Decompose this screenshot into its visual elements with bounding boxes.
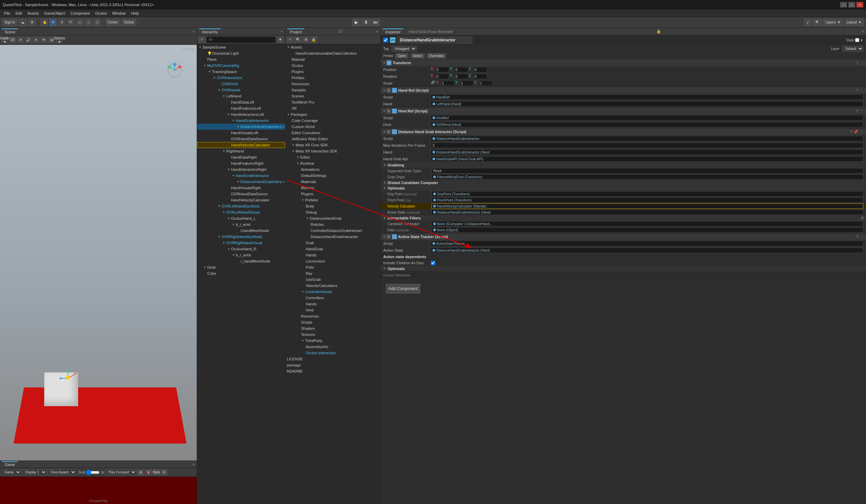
gizmos-game-btn[interactable]: G [161, 469, 167, 475]
play-button[interactable]: ▶ [352, 19, 361, 26]
tree-handvisualsleft[interactable]: HandVisualsLeft [197, 130, 285, 136]
minimize-button[interactable]: ─ [840, 2, 847, 8]
proj-distancehandgrabinteractor[interactable]: DistanceHandGrabInteractor [285, 234, 380, 240]
proj-jetbrains[interactable]: JetBrains Rider Editor [285, 136, 380, 142]
rotation-x[interactable] [435, 74, 449, 79]
project-add[interactable]: + [287, 37, 293, 43]
display-dropdown[interactable]: Display 1 [22, 469, 46, 475]
proj-editorcoroutines[interactable]: Editor Coroutines [285, 130, 380, 136]
maximize-play[interactable]: ⊞ [137, 469, 144, 475]
at-settings[interactable]: ⋮ [859, 235, 864, 239]
layout-dropdown[interactable]: Layout ▼ [844, 19, 864, 26]
tree-handvelocitycalculator-l[interactable]: HandVelocityCalculator [197, 142, 285, 148]
tree-oculushand-r[interactable]: ▼ OculusHand_R [197, 246, 285, 252]
proj-textures[interactable]: Textures [285, 332, 380, 338]
proj-samples[interactable]: Samples [285, 87, 380, 93]
play-focused-dropdown[interactable]: Play Focused [105, 469, 136, 475]
proj-readme[interactable]: README [285, 368, 380, 374]
hierarchy-search-btn[interactable]: ▼ [277, 37, 284, 43]
tree-distancehandgrab-r[interactable]: ▼ DistanceHandGrabIntera > [197, 179, 285, 185]
inspector-tab[interactable]: Inspector [382, 29, 403, 35]
window-controls[interactable]: ─ □ ✕ [840, 2, 863, 8]
menu-edit[interactable]: Edit [13, 11, 25, 16]
tree-myovrcamerarig[interactable]: ▼ MyOVRCameraRig [197, 63, 285, 69]
supported-grab-val[interactable] [432, 168, 863, 173]
tree-ovrlefthandsynthetic[interactable]: ▼ OVRLeftHandSynthetic [197, 203, 285, 209]
hand-tool[interactable]: ✋ [41, 19, 48, 26]
proj-packages[interactable]: ▼ Packages [285, 111, 380, 117]
proj-thirdparty[interactable]: ▼ ThirdParty [285, 338, 380, 344]
proj-body[interactable]: Body [285, 203, 380, 209]
proj-package[interactable]: package [285, 362, 380, 368]
pause-button[interactable]: ⏸ [362, 19, 370, 26]
maximize-button[interactable]: □ [848, 2, 855, 8]
at-optionals-header[interactable]: ▼ Optionals [380, 266, 866, 271]
dist-grab-settings[interactable]: ⋮ [859, 130, 864, 134]
proj-handgrab[interactable]: HandGrabInteractableDataCollection [285, 50, 380, 56]
proj-hmd-ch[interactable]: Hmd [285, 307, 380, 313]
position-y[interactable] [455, 67, 468, 72]
hierarchy-menu[interactable]: ≡ [281, 30, 283, 33]
max-iter-value[interactable] [431, 143, 863, 148]
proj-resources2[interactable]: Resources [285, 313, 380, 319]
proj-customnunit[interactable]: Custom NUnit [285, 124, 380, 130]
tree-ovrinteraction[interactable]: ▼ OVRInteraction [197, 75, 285, 81]
project-search[interactable]: 🔍 [295, 37, 301, 43]
menu-assets[interactable]: Assets [25, 11, 42, 16]
sign-in-button[interactable]: Sign in [2, 19, 17, 26]
tree-ovrhanddatasource-r[interactable]: OVRHandDataSource [197, 191, 285, 197]
tree-rhandmeshnode[interactable]: r_handMeshNode [197, 258, 285, 264]
at-help[interactable]: ? [855, 235, 859, 239]
tree-handfeaturesright[interactable]: HandFeaturesRight [197, 160, 285, 166]
transform-settings[interactable]: ⋮ [859, 61, 864, 65]
layers-dropdown[interactable]: Layers ▼ [823, 19, 843, 26]
transform-help[interactable]: ? [855, 61, 859, 65]
proj-resources[interactable]: Resources [285, 81, 380, 87]
proj-metaxrcore[interactable]: ▼ Meta XR Core SDK [285, 142, 380, 148]
static-dropdown-arrow[interactable]: ▼ [860, 38, 863, 42]
rotate-tool[interactable]: ↺ [58, 19, 66, 26]
dist-grab-pin[interactable]: 📌 [853, 130, 859, 134]
layer-dropdown[interactable]: Default [842, 46, 863, 52]
stats-button[interactable]: Stats [153, 469, 160, 475]
hand-ref-help[interactable]: ? [855, 88, 859, 92]
tree-directional-light[interactable]: 💡 Directional Light [197, 50, 285, 56]
grabbing-header[interactable]: ▼ Grabbing [380, 163, 866, 168]
proj-plugins2[interactable]: Plugins [285, 191, 380, 197]
scale-slider[interactable] [86, 470, 100, 474]
tree-handinteractorsleft[interactable]: ▼ HandInteractorsLeft [197, 111, 285, 117]
tree-handvelocitycalculator-r[interactable]: HandVelocityCalculator [197, 197, 285, 203]
inspector-menu[interactable]: ≡ [862, 30, 864, 33]
proj-shaders[interactable]: Shaders [285, 325, 380, 332]
collab-button[interactable]: ↙ [804, 19, 812, 26]
proj-debug[interactable]: Debug [285, 209, 380, 215]
proj-meshes[interactable]: Meshes [285, 185, 380, 191]
tree-lefthand[interactable]: ▼ LeftHand [197, 93, 285, 99]
proj-license[interactable]: LICENSE [285, 356, 380, 362]
menu-window[interactable]: Window [110, 11, 129, 16]
proj-codecoverage[interactable]: Code Coverage [285, 117, 380, 124]
proj-material[interactable]: Material [285, 56, 380, 63]
select-button[interactable]: Select [410, 53, 425, 58]
menu-file[interactable]: File [1, 11, 13, 16]
hmd-ref-check[interactable]: ✓ [387, 109, 391, 113]
transform-title-bar[interactable]: ▼ ⊹ Transform ? ⋮ [380, 59, 866, 66]
proj-hands-ch[interactable]: Hands [285, 301, 380, 307]
distance-grab-title-bar[interactable]: ▼ ✓ Distance Hand Grab Interactor (Scrip… [380, 128, 866, 135]
gizmos-dropdown[interactable]: Gizmos ▼ [56, 37, 63, 43]
proj-editor[interactable]: ▼ Editor [285, 154, 380, 160]
tree-handvisualsright[interactable]: HandVisualsRight [197, 185, 285, 191]
scene-tab[interactable]: Scene [2, 29, 18, 35]
proj-controllerhands[interactable]: ▼ ControllerHands [285, 289, 380, 295]
proj-textmesh[interactable]: TextMesh Pro [285, 99, 380, 105]
static-checkbox[interactable] [855, 38, 859, 42]
add-component-button[interactable]: Add Component [386, 284, 420, 293]
hierarchy-tab[interactable]: Hierarchy [199, 29, 221, 35]
object-name-input[interactable] [398, 37, 472, 44]
overrides-button[interactable]: Overrides [427, 53, 446, 58]
tree-handgrabinteractor-l[interactable]: ▼ HandGrabInteractor [197, 117, 285, 124]
hierarchy-add[interactable]: + [198, 37, 205, 43]
proj-oculus[interactable]: Oculus [285, 63, 380, 69]
cloud-button[interactable]: ☁ [19, 19, 27, 26]
hand-ref-title-bar[interactable]: ▼ ✓ Hand Ref (Script) ? ⋮ [380, 87, 866, 94]
